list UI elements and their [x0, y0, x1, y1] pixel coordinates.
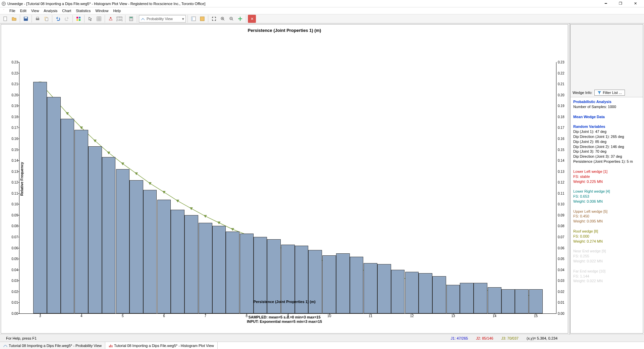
bar[interactable]	[171, 210, 184, 313]
title-bar: Unwedge - [Tutorial 08 Importing a Dips …	[0, 0, 644, 7]
zoom-extents-button[interactable]	[210, 15, 218, 23]
close-button[interactable]: ✕	[628, 0, 643, 7]
chart-pane: Persistence (Joint Properties 1) (m) 0.0…	[1, 24, 568, 334]
app-icon	[1, 1, 6, 6]
x-axis-label: Persistence (Joint Properties 1) (m)	[1, 300, 568, 304]
new-file-button[interactable]	[1, 15, 9, 23]
menu-window[interactable]: Window	[93, 8, 110, 13]
bar[interactable]	[143, 190, 157, 313]
chevron-down-icon: ▾	[182, 17, 184, 21]
menu-view[interactable]: View	[29, 8, 41, 13]
status-j1: J1: 47/265	[447, 336, 472, 340]
window-title: Unwedge - [Tutorial 08 Importing a Dips …	[7, 2, 598, 6]
info-area: Probabilistic Analysis Number of Samples…	[571, 97, 643, 333]
bar[interactable]	[74, 130, 88, 313]
bars-icon	[109, 344, 113, 348]
pan-button[interactable]	[236, 15, 244, 23]
menu-help[interactable]: Help	[111, 8, 123, 13]
bar[interactable]	[88, 146, 102, 313]
table-button[interactable]	[95, 15, 103, 23]
svg-rect-4	[4, 17, 7, 21]
svg-rect-15	[97, 17, 101, 21]
w3-fs: FS: 0.450	[573, 214, 640, 219]
svg-rect-27	[112, 345, 112, 347]
w1-w: Weight: 0.225 MN	[573, 179, 640, 184]
w2-w: Weight: 0.006 MN	[573, 199, 640, 204]
bar[interactable]	[47, 97, 61, 313]
w4-title: Roof wedge [8]	[573, 229, 640, 234]
copy-button[interactable]	[42, 15, 50, 23]
undo-button[interactable]	[54, 15, 62, 23]
panel-right-button[interactable]	[198, 15, 206, 23]
zoom-in-button[interactable]	[219, 15, 227, 23]
save-button[interactable]	[22, 15, 30, 23]
calculator-button[interactable]	[127, 15, 135, 23]
zoom-out-button[interactable]	[227, 15, 235, 23]
bar[interactable]	[184, 215, 198, 313]
menu-edit[interactable]: Edit	[18, 8, 29, 13]
info-h1: Probabilistic Analysis	[573, 99, 640, 104]
menu-analysis[interactable]: Analysis	[42, 8, 59, 13]
svg-rect-18	[130, 17, 132, 18]
bar[interactable]	[33, 82, 47, 313]
w5-w: Weight: 0.022 MN	[573, 259, 640, 264]
svg-rect-13	[76, 19, 78, 21]
rv-5: Dip Direction (Joint 3): 37 deg	[573, 154, 640, 159]
print-button[interactable]	[34, 15, 42, 23]
w3-w: Weight: 0.095 MN	[573, 219, 640, 224]
filter-list-button[interactable]: Filter List ...	[594, 90, 625, 96]
cursor-button[interactable]	[86, 15, 94, 23]
close-view-button[interactable]: ✕	[248, 15, 256, 23]
bar[interactable]	[157, 200, 171, 313]
bar[interactable]	[102, 157, 116, 313]
svg-rect-10	[46, 18, 48, 21]
side-panel: Wedge Info: Filter List ... Probabilisti…	[570, 24, 643, 334]
stats-count-button[interactable]: (233)(134)	[115, 15, 123, 23]
compute-button[interactable]	[107, 15, 115, 23]
status-bar: For Help, press F1 J1: 47/265 J2: 85/146…	[0, 334, 644, 342]
svg-rect-14	[79, 19, 80, 21]
info-h3: Random Variables	[573, 124, 640, 129]
app-menu-icon	[1, 8, 6, 13]
rv-1: Dip Direction (Joint 1): 265 deg	[573, 134, 640, 139]
bar[interactable]	[116, 169, 130, 313]
maximize-button[interactable]: ❐	[613, 0, 628, 7]
rv-2: Dip (Joint 2): 85 deg	[573, 139, 640, 144]
w5-fs: FS: 0.255	[573, 254, 640, 259]
svg-rect-8	[37, 17, 39, 18]
menu-file[interactable]: File	[7, 8, 17, 13]
bar[interactable]	[61, 119, 74, 313]
svg-rect-25	[109, 346, 110, 347]
status-j3: J3: 70/037	[497, 336, 523, 340]
menu-bar: File Edit View Analysis Chart Statistics…	[0, 7, 644, 14]
plot-area[interactable]: 0.000.000.010.010.020.020.030.030.040.04…	[19, 62, 556, 314]
tab-probability-view[interactable]: Tutorial 08 Importing a Dips File.weg5* …	[0, 342, 105, 349]
open-file-button[interactable]	[10, 15, 18, 23]
menu-chart[interactable]: Chart	[60, 8, 73, 13]
wedge-info-label: Wedge Info:	[573, 91, 592, 95]
menu-statistics[interactable]: Statistics	[74, 8, 93, 13]
minimize-button[interactable]: ━	[598, 0, 613, 7]
tab-bar: Tutorial 08 Importing a Dips File.weg5* …	[0, 342, 644, 349]
bar[interactable]	[129, 180, 143, 313]
chart-title: Persistence (Joint Properties 1) (m)	[1, 24, 568, 35]
filter-icon	[597, 91, 601, 95]
redo-button[interactable]	[63, 15, 71, 23]
input-text: INPUT: Exponential mean=5 min=3 max=15	[1, 319, 568, 324]
info-samples: Number of Samples: 1000	[573, 104, 640, 109]
w2-fs: FS: 0.653	[573, 194, 640, 199]
rv-4: Dip (Joint 3): 70 deg	[573, 149, 640, 154]
svg-rect-22	[200, 17, 204, 21]
rv-3: Dip Direction (Joint 2): 146 deg	[573, 144, 640, 149]
w5-title: Near End wedge [9]	[573, 249, 640, 254]
grid-button[interactable]	[74, 15, 83, 23]
w6-title: Far End wedge [10]	[573, 269, 640, 274]
tab-histogram-view[interactable]: Tutorial 08 Importing a Dips File.weg5* …	[105, 342, 218, 349]
svg-rect-21	[192, 17, 193, 21]
sampled-text: SAMPLED: mean=5 s.d.=0 min=3 max=15	[1, 315, 568, 319]
view-combo[interactable]: Probability View ▾	[139, 15, 186, 22]
w2-title: Lower Right wedge [4]	[573, 189, 640, 194]
panel-left-button[interactable]	[190, 15, 198, 23]
svg-rect-26	[110, 345, 111, 347]
toolbar: (233)(134) Probability View ▾ ✕	[0, 14, 644, 23]
